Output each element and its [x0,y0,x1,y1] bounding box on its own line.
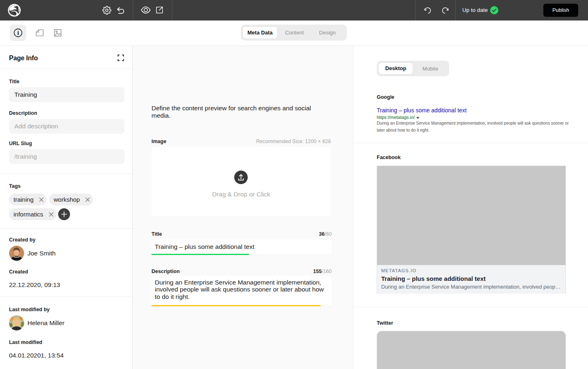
svg-text:i: i [17,30,19,36]
